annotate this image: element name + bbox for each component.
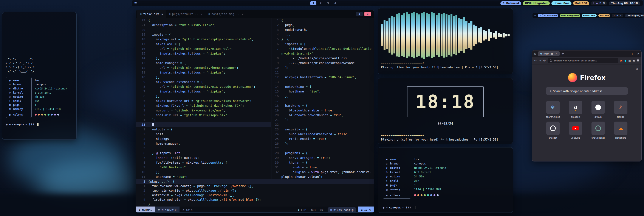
minimize-button[interactable]: –	[628, 52, 629, 55]
bar-clock[interactable]: Thu Aug 08, 18:18	[625, 14, 644, 17]
system-tray: ♪B⇅	[612, 14, 623, 17]
tab-close-icon[interactable]: ×	[242, 13, 244, 16]
editor-pane-iso[interactable]: 1{2 pkgs,3 modulesPath,4 ...5}: {6 impor…	[272, 18, 374, 179]
browser-tab-new-tab[interactable]: New Tab ×	[538, 51, 560, 56]
color-dot	[424, 194, 426, 196]
workspace-tag-1[interactable]: 1	[310, 1, 316, 5]
spectrum-bar	[406, 12, 408, 58]
editor-tab-hosts-isoImag-[interactable]: ❄hosts/isoImag...×	[205, 10, 246, 18]
tab-close-icon[interactable]: ×	[556, 52, 558, 55]
line-number: 3	[136, 136, 148, 141]
network-icon[interactable]: ⇅	[620, 15, 621, 17]
tab-label: pkgs/default...	[172, 12, 198, 16]
refresh-button[interactable]: ⟳	[543, 59, 546, 62]
fetch-label-colors: ◐colors	[6, 113, 32, 117]
code-text: "${modulesPath}/installer/cd-dvd/install…	[281, 46, 372, 51]
panel-toggle-button[interactable]: ◉	[356, 12, 363, 16]
tab-close-icon[interactable]: ×	[161, 13, 163, 16]
code-text: hardware = {	[281, 103, 308, 108]
forward-button[interactable]: →	[539, 59, 541, 62]
editor-pane-pkgs[interactable]: 1{pkgs, ...}: {1 tux-awesome-wm-config =…	[136, 179, 374, 206]
network-icon[interactable]: ⇅	[603, 2, 605, 5]
spectrum-bar	[488, 29, 490, 41]
shortcut-chatgpt[interactable]: chatgpt	[542, 122, 563, 139]
workspace-tag-1[interactable]: 1	[538, 14, 542, 17]
bar-clock[interactable]: Thu Aug 08, 18:18	[609, 1, 640, 6]
back-button[interactable]: ←	[534, 59, 537, 62]
clipboard-icon[interactable]: ◈	[596, 2, 598, 5]
bluetooth-icon[interactable]: B	[600, 2, 602, 5]
editor-tab-flake-nix[interactable]: ❄flake.nix×	[137, 10, 166, 18]
launcher-icon[interactable]: ☰	[134, 2, 137, 5]
fetch-value-uptime: 3h 59m	[414, 174, 448, 178]
maximize-button[interactable]: ▢	[632, 52, 634, 55]
terminal-window[interactable]: /\ /\ ___ /\/ / \ \ / _ \/ /\ \ / /| (_)…	[2, 12, 77, 140]
workspace-tag-4[interactable]: 4	[332, 1, 338, 5]
fetch-value-memory: 1946 | 15394 MiB	[414, 187, 448, 191]
shortcut-youtube[interactable]: ▶youtube	[565, 122, 586, 139]
audio-visualizer-window[interactable]: ======================> Playing: ffee fo…	[378, 8, 513, 74]
code-line: 1 outputs = {	[136, 127, 271, 132]
code-line: 30 thunar = {	[272, 160, 374, 165]
fetch-label-text: shell	[390, 179, 398, 182]
code-line: plugin thunar-volman];	[272, 174, 374, 179]
code-line: 27	[272, 146, 374, 151]
code-line: 8 forAllSystems = nixpkgs.lib.genAttrs [	[136, 160, 271, 165]
tab-close-icon[interactable]: ×	[200, 13, 202, 16]
spectrum-bar	[465, 21, 468, 49]
fetch-value-text: 1	[414, 183, 416, 187]
neovim-window[interactable]: ❄flake.nix×❄pkgs/default...×❄hosts/isoIm…	[136, 10, 374, 212]
shortcut-claude[interactable]: ✳claude	[610, 101, 631, 118]
prompt-dot-icon: ●	[6, 123, 8, 126]
shortcut-amazon[interactable]: aamazon	[565, 101, 586, 118]
code-text: inherit (self) outputs;	[148, 155, 199, 160]
window-close-button[interactable]: ×	[364, 12, 371, 16]
music-icon[interactable]: ♪	[614, 15, 615, 17]
bluetooth-icon[interactable]: B	[616, 15, 618, 17]
code-line: 13 home-manager = {	[136, 61, 271, 65]
new-tab-button[interactable]: +	[561, 52, 564, 56]
workspace-tag-2[interactable]: 2	[318, 1, 324, 5]
shortcut-search-nixos[interactable]: ❄search.nixos	[542, 101, 563, 118]
shortcut-cloudflare[interactable]: ☁cloudflare	[610, 122, 631, 139]
fetch-label-uptime: ◷uptime	[383, 174, 411, 178]
shortcut-tile-box: a	[569, 101, 582, 114]
url-bar[interactable]: Search with Google or enter address	[548, 58, 618, 63]
clock-widget-window[interactable]: 18:18 08/08/24 ======================> P…	[378, 78, 513, 144]
extension-ublock-icon[interactable]: ▣	[620, 59, 622, 62]
color-dot	[427, 194, 429, 196]
git-branch-indicator: Y main	[180, 206, 196, 212]
fastfetch-output: ◉user⌂hname❄distro⚙kernel◷uptime›shell▦p…	[383, 156, 508, 198]
line-number: 23	[136, 122, 148, 127]
account-icon[interactable]: ◉	[633, 59, 635, 62]
workspace-tag-3[interactable]: 3	[325, 1, 331, 5]
shell-prompt[interactable]: ●→canopus~)))	[383, 206, 416, 209]
shield-icon[interactable]: ◆	[624, 59, 626, 62]
code-line: 23	[136, 122, 271, 127]
fetch-value-shell: zsh	[35, 99, 67, 103]
code-text: sudo.wheelNeedsPassword = false;	[281, 132, 349, 136]
editor-tab-pkgs-default-[interactable]: ❄pkgs/default...×	[166, 10, 205, 18]
fastfetch-window[interactable]: ◉user⌂hname❄distro⚙kernel◷uptime›shell▦p…	[378, 147, 513, 213]
line-number: 6	[272, 42, 281, 46]
spectrum-bar	[426, 13, 428, 57]
personalize-gear-icon[interactable]: ⚙	[636, 67, 638, 71]
shortcut-chat-openai[interactable]: chat.openai	[588, 122, 608, 139]
editor-pane-flake[interactable]: 22{21 description = "tux's NixOS Flake";…	[136, 18, 272, 179]
close-button[interactable]: ×	[637, 52, 639, 55]
color-dot	[414, 194, 416, 196]
prompt-arrow-icon: →	[386, 206, 388, 209]
menu-icon[interactable]: ☰	[637, 59, 639, 62]
shortcut-github[interactable]: github	[588, 101, 608, 118]
new-tab-search-input[interactable]: Search with Google or enter address	[546, 87, 628, 95]
extensions-icon[interactable]: ▩	[628, 59, 631, 62]
music-icon[interactable]: ♪	[593, 2, 594, 5]
firefox-window[interactable]: ⊡ New Tab × + –▢× ← → ⟳ Search with Goog…	[532, 50, 642, 161]
line-number: 26	[272, 141, 281, 146]
code-line: 5}: {	[272, 37, 374, 42]
code-text: url = "github:nix-community/nixos-wsl";	[148, 46, 233, 51]
launcher-icon[interactable]: ☰	[534, 15, 536, 17]
firefox-view-icon[interactable]: ⊡	[534, 52, 536, 55]
shell-prompt[interactable]: ●→canopus~)))	[6, 123, 73, 126]
fetch-value-text: 6.9.8-zen1	[414, 170, 431, 174]
